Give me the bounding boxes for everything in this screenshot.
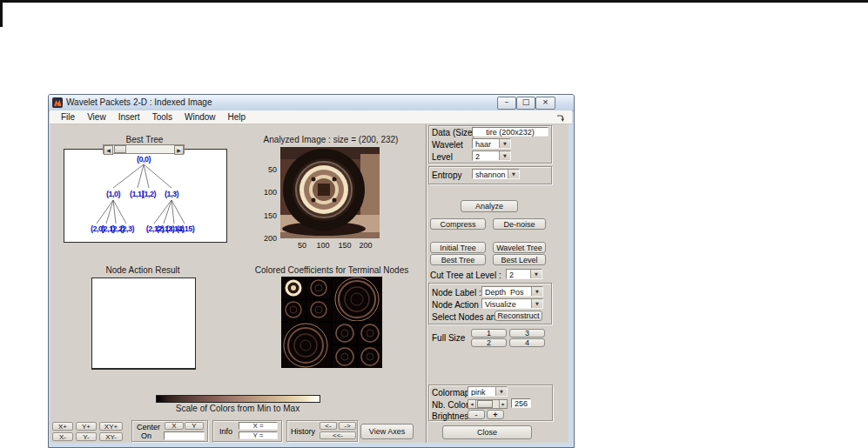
chevron-down-icon[interactable]: ▼: [495, 387, 507, 396]
zoom-x-plus-button[interactable]: X+: [52, 422, 73, 431]
info-x-field[interactable]: X =: [239, 422, 278, 430]
best-tree-button[interactable]: Best Tree: [430, 254, 486, 265]
tree-node[interactable]: (2,3): [120, 224, 134, 233]
cut-tree-dropdown[interactable]: 2 ▼: [506, 269, 542, 279]
tree-node[interactable]: (0,0): [137, 155, 151, 164]
node-label-value: Depth_Pos: [482, 287, 531, 296]
tree-node[interactable]: (1,0): [106, 190, 120, 198]
zoom-xy-minus-button[interactable]: XY-: [99, 432, 123, 441]
view-axes-button[interactable]: View Axes: [360, 424, 414, 439]
level-dropdown[interactable]: 2 ▼: [472, 150, 511, 161]
colormap-label: Colormap: [432, 388, 469, 398]
cut-tree-label: Cut Tree at Level :: [430, 271, 501, 280]
chevron-down-icon[interactable]: ▼: [499, 139, 510, 148]
menubar: File View Insert Tools Window Help: [50, 110, 572, 124]
info-label: Info: [219, 427, 232, 436]
center-on-label: Center: [137, 423, 160, 431]
close-button[interactable]: Close: [442, 425, 532, 439]
zoom-y-minus-button[interactable]: Y-: [76, 432, 97, 441]
colormap-dropdown[interactable]: pink ▼: [468, 386, 508, 397]
compress-button[interactable]: Compress: [430, 218, 486, 230]
color-scale-bar: [156, 395, 320, 403]
menu-view[interactable]: View: [81, 112, 112, 122]
titlebar[interactable]: Wavelet Packets 2-D : Indexed Image – □ …: [49, 95, 574, 111]
brightness-plus-button[interactable]: +: [487, 410, 504, 419]
dock-icon[interactable]: [556, 114, 564, 122]
y-tick: 100: [263, 188, 277, 197]
chevron-down-icon[interactable]: ▼: [530, 270, 542, 278]
menu-tools[interactable]: Tools: [146, 112, 178, 122]
minimize-button[interactable]: –: [497, 97, 516, 110]
node-action-value: Visualize: [482, 299, 531, 308]
info-y-field[interactable]: Y =: [239, 431, 278, 439]
pane-divider: [426, 124, 427, 443]
menu-file[interactable]: File: [55, 112, 81, 122]
zoom-xy-plus-button[interactable]: XY+: [99, 422, 123, 431]
full-size-4-button[interactable]: 4: [509, 338, 545, 347]
menu-window[interactable]: Window: [178, 112, 222, 122]
initial-tree-button[interactable]: Initial Tree: [430, 242, 486, 253]
analyzed-image: [280, 147, 380, 238]
coefficients-title: Colored Coefficients for Terminal Nodes: [255, 265, 408, 275]
wavelet-tree-button[interactable]: Wavelet Tree: [493, 242, 546, 253]
zoom-x-minus-button[interactable]: X-: [52, 432, 73, 441]
chevron-down-icon[interactable]: ▼: [499, 151, 510, 160]
denoise-button[interactable]: De-noise: [493, 218, 546, 230]
history-forward-button[interactable]: ->: [339, 422, 356, 430]
entropy-value: shannon: [473, 170, 508, 178]
center-on-input[interactable]: [164, 431, 205, 440]
history-back-button[interactable]: <-: [320, 422, 337, 430]
analyze-button[interactable]: Analyze: [461, 200, 518, 212]
tree-node[interactable]: (2,15): [177, 224, 195, 233]
color-scale-label: Scale of Colors from Min to Max: [176, 404, 299, 413]
slider-thumb[interactable]: [477, 400, 493, 408]
slider-left-icon[interactable]: ◀: [468, 400, 476, 408]
close-window-button[interactable]: ×: [535, 97, 555, 110]
menu-help[interactable]: Help: [222, 112, 252, 122]
chevron-down-icon[interactable]: ▼: [531, 299, 542, 308]
slider-right-icon[interactable]: ▶: [499, 400, 507, 408]
maximize-button[interactable]: □: [516, 97, 535, 110]
x-tick: 200: [359, 241, 372, 250]
node-label-label: Node Label :: [432, 288, 481, 298]
node-action-result-canvas: [91, 277, 196, 370]
full-size-label: Full Size: [432, 333, 465, 343]
nb-colors-field[interactable]: 256: [511, 398, 531, 408]
node-action-dropdown[interactable]: Visualize ▼: [481, 298, 543, 309]
matlab-icon: [52, 97, 63, 108]
chevron-down-icon[interactable]: ▼: [508, 170, 519, 178]
zoom-y-plus-button[interactable]: Y+: [76, 422, 97, 431]
nb-colors-slider[interactable]: ◀ ▶: [468, 399, 508, 409]
reconstruct-button[interactable]: Reconstruct: [495, 311, 542, 321]
page-border-left: [0, 0, 3, 27]
tree-scrollbar[interactable]: ◀ ▶: [103, 144, 185, 154]
wavelet-value: haar: [473, 139, 499, 148]
best-level-button[interactable]: Best Level: [493, 254, 546, 265]
tree-node[interactable]: (1,3): [165, 190, 178, 198]
app-window: Wavelet Packets 2-D : Indexed Image – □ …: [48, 94, 575, 448]
window-title: Wavelet Packets 2-D : Indexed Image: [66, 97, 212, 107]
full-size-1-button[interactable]: 1: [471, 329, 507, 338]
node-label-dropdown[interactable]: Depth_Pos ▼: [481, 286, 543, 297]
center-y-button[interactable]: Y: [185, 422, 204, 430]
tree-node[interactable]: (1,2): [142, 190, 156, 198]
y-tick: 150: [263, 211, 277, 220]
scroll-right-icon[interactable]: ▶: [174, 145, 184, 155]
center-x-button[interactable]: X: [165, 422, 184, 430]
node-action-result-title: Node Action Result: [105, 265, 179, 275]
colormap-value: pink: [468, 387, 495, 396]
chevron-down-icon[interactable]: ▼: [531, 287, 542, 296]
analyzed-image-title: Analyzed Image : size = (200, 232): [264, 135, 399, 144]
scrollbar-thumb[interactable]: [114, 145, 126, 153]
entropy-dropdown[interactable]: shannon ▼: [472, 169, 520, 179]
full-size-2-button[interactable]: 2: [471, 338, 507, 347]
brightness-minus-button[interactable]: -: [468, 410, 485, 419]
data-size-field: tire (200x232): [472, 127, 548, 137]
wavelet-dropdown[interactable]: haar ▼: [472, 138, 511, 149]
best-tree-canvas[interactable]: (0,0) (1,0) (1,1) (1,2) (1,3) (2,0) (2,1…: [64, 149, 227, 243]
menu-insert[interactable]: Insert: [112, 112, 146, 122]
full-size-3-button[interactable]: 3: [509, 329, 545, 338]
history-far-back-button[interactable]: <<-: [320, 431, 356, 439]
y-tick: 200: [263, 234, 277, 243]
scroll-left-icon[interactable]: ◀: [104, 145, 113, 155]
